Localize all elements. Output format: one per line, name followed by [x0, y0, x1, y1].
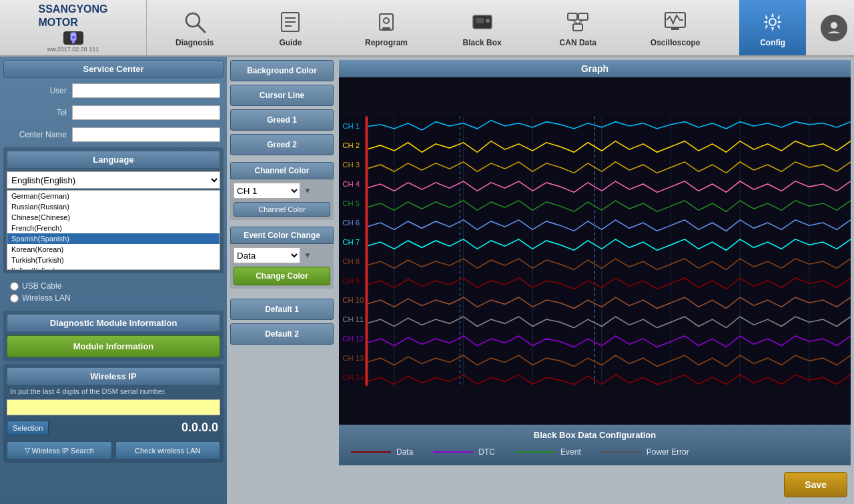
- greed2-button[interactable]: Greed 2: [230, 134, 334, 155]
- language-select[interactable]: English(English) German(German) Russian(…: [7, 171, 220, 189]
- lang-korean[interactable]: Korean(Korean): [7, 244, 220, 255]
- wireless-radio[interactable]: [10, 294, 19, 303]
- nav-candata[interactable]: CAN Data: [544, 0, 611, 55]
- svg-rect-15: [568, 13, 577, 20]
- save-row: Save: [230, 469, 851, 501]
- nav-guide[interactable]: Guide: [257, 0, 324, 55]
- event-color-label: Event Color Change: [230, 227, 334, 244]
- service-center-header: Service Center: [3, 60, 224, 78]
- reprogram-icon: [373, 9, 400, 35]
- svg-text:CH 5: CH 5: [342, 199, 360, 207]
- svg-text:CH 7: CH 7: [342, 238, 360, 246]
- candata-icon: [564, 9, 591, 35]
- svg-point-22: [769, 19, 776, 25]
- ip-selection-button[interactable]: Selection: [7, 421, 49, 435]
- nav-config[interactable]: Config: [739, 0, 806, 55]
- wireless-hint: In put the last 4 digits of the DSM seri…: [7, 385, 220, 397]
- dtc-legend-line: [433, 451, 473, 453]
- svg-point-2: [72, 36, 75, 39]
- default2-button[interactable]: Default 2: [230, 323, 334, 345]
- nav-reprogram[interactable]: Reprogram: [353, 0, 420, 55]
- guide-icon: [277, 9, 304, 35]
- lang-italian[interactable]: Italian(Italian): [7, 265, 220, 270]
- diagnosis-icon: [181, 9, 208, 35]
- legend-event: Event: [515, 447, 581, 457]
- oscilloscope-icon: [662, 9, 689, 35]
- channel-color-button[interactable]: Channel Color: [234, 202, 330, 217]
- user-input[interactable]: [72, 83, 220, 98]
- app-logo: SSANGYONG MOTOR: [38, 3, 107, 28]
- lang-turkish[interactable]: Turkish(Turkish): [7, 255, 220, 265]
- tel-input[interactable]: [72, 105, 220, 120]
- user-row: User: [3, 81, 224, 100]
- svg-rect-17: [573, 24, 582, 31]
- wireless-ip-header: Wireless IP: [7, 367, 220, 385]
- dtc-legend-label: DTC: [478, 447, 495, 457]
- user-avatar: [821, 15, 847, 41]
- tel-row: Tel: [3, 103, 224, 122]
- wireless-search-button[interactable]: ▽ Wireless IP Search: [7, 441, 112, 459]
- module-info-button[interactable]: Module Information: [7, 335, 220, 357]
- lang-german[interactable]: German(German): [7, 191, 220, 201]
- svg-point-14: [486, 19, 490, 23]
- power-error-legend-label: Power Error: [647, 447, 689, 457]
- svg-text:CH 9: CH 9: [342, 277, 360, 285]
- save-button[interactable]: Save: [784, 472, 847, 497]
- svg-text:CH 1: CH 1: [342, 122, 360, 130]
- lang-spanish[interactable]: Spanish(Spanish): [7, 233, 220, 244]
- svg-text:CH 10: CH 10: [342, 296, 364, 304]
- bg-color-button[interactable]: Background Color: [230, 60, 334, 81]
- event-select[interactable]: Data DTC Event Power Error: [234, 247, 300, 263]
- lang-chinese[interactable]: Chinese(Chinese): [7, 212, 220, 223]
- usb-icon: [63, 31, 83, 45]
- svg-text:CH 13: CH 13: [342, 354, 364, 362]
- svg-text:CH 8: CH 8: [342, 257, 360, 265]
- language-dropdown: German(German) Russian(Russian) Chinese(…: [7, 190, 220, 270]
- greed1-button[interactable]: Greed 1: [230, 109, 334, 131]
- default1-button[interactable]: Default 1: [230, 299, 334, 320]
- event-dropdown-arrow: ▼: [304, 251, 312, 260]
- graph-header: Graph: [339, 60, 851, 77]
- channel-select[interactable]: CH 1 CH 2 CH 3 CH 4: [234, 183, 300, 199]
- change-color-button[interactable]: Change Color: [234, 267, 330, 285]
- usb-radio[interactable]: [10, 282, 19, 291]
- lang-french[interactable]: French(French): [7, 223, 220, 233]
- svg-rect-21: [671, 27, 679, 30]
- svg-line-4: [198, 25, 205, 32]
- svg-point-11: [384, 18, 389, 23]
- svg-text:CH 2: CH 2: [342, 141, 360, 149]
- legend-data: Data: [351, 447, 413, 457]
- lang-russian[interactable]: Russian(Russian): [7, 201, 220, 212]
- data-legend-label: Data: [396, 447, 413, 457]
- svg-rect-10: [382, 27, 390, 29]
- event-legend-line: [515, 451, 555, 453]
- svg-text:CH 11: CH 11: [342, 315, 364, 323]
- cursor-line-button[interactable]: Cursor Line: [230, 85, 334, 106]
- event-legend-label: Event: [560, 447, 581, 457]
- wireless-lan-row: Wireless LAN: [7, 292, 220, 304]
- svg-text:CH 14: CH 14: [342, 373, 364, 381]
- center-name-input[interactable]: [72, 127, 220, 142]
- filter-icon: ▽: [25, 446, 30, 455]
- svg-rect-48: [365, 116, 368, 385]
- svg-text:CH 12: CH 12: [342, 335, 364, 343]
- legend-dtc: DTC: [433, 447, 495, 457]
- power-error-legend-line: [601, 451, 641, 453]
- ip-input[interactable]: [7, 399, 220, 415]
- svg-text:CH 6: CH 6: [342, 219, 360, 227]
- ip-display: 0.0.0.0: [179, 419, 220, 437]
- nav-oscilloscope[interactable]: Oscilloscope: [640, 0, 711, 55]
- blackbox-header: Black Box Data Configuration: [344, 430, 845, 440]
- svg-text:CH 3: CH 3: [342, 161, 360, 169]
- config-icon: [759, 9, 786, 35]
- usb-cable-row: USB Cable: [7, 280, 220, 292]
- diag-module-header: Diagnostic Module Information: [7, 314, 220, 332]
- svg-rect-1: [72, 41, 75, 43]
- svg-text:CH 4: CH 4: [342, 180, 360, 188]
- channel-dropdown-arrow: ▼: [304, 186, 312, 195]
- nav-diagnosis[interactable]: Diagnosis: [161, 0, 228, 55]
- nav-blackbox[interactable]: Black Box: [449, 0, 516, 55]
- language-header: Language: [7, 151, 220, 169]
- blackbox-icon: [469, 9, 496, 35]
- check-wireless-button[interactable]: Check wireless LAN: [115, 441, 221, 459]
